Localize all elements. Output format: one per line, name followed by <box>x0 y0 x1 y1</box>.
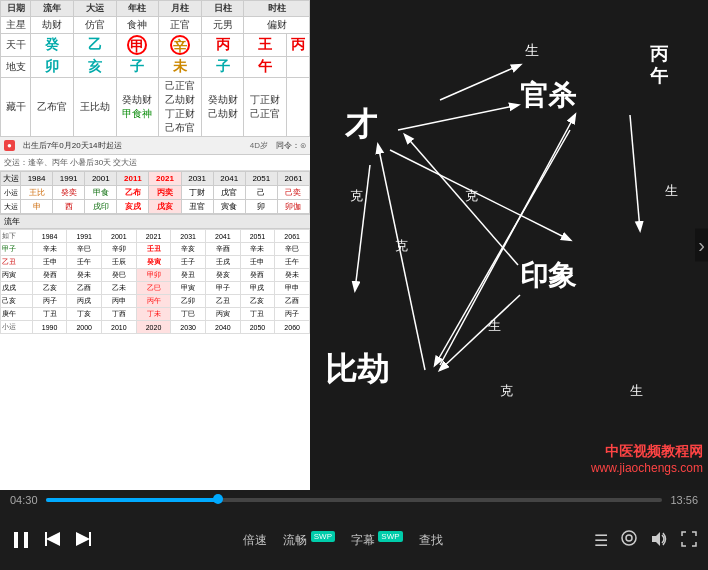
svg-line-16 <box>405 135 518 265</box>
svg-line-6 <box>390 150 570 240</box>
svg-line-11 <box>440 295 520 370</box>
svg-text:生: 生 <box>630 383 643 398</box>
video-content: 日期 流年 大运 年柱 月柱 日柱 时柱 主星 劫财 仿官 食神 正官 元男 偏… <box>0 0 708 490</box>
svg-text:生: 生 <box>525 42 539 58</box>
diagram-svg: 丙 午 生 才 官杀 印象 比劫 <box>310 0 708 490</box>
svg-text:丙: 丙 <box>650 44 669 64</box>
svg-line-8 <box>630 115 640 230</box>
playlist-button[interactable]: ☰ <box>594 531 608 550</box>
controls-bar: 04:30 13:56 <box>0 490 708 570</box>
svg-text:生: 生 <box>488 318 501 333</box>
svg-text:官杀: 官杀 <box>520 79 577 111</box>
time-current: 04:30 <box>10 494 38 506</box>
svg-line-15 <box>398 105 518 130</box>
time-total: 13:56 <box>670 494 698 506</box>
svg-rect-25 <box>24 532 28 548</box>
controls-left <box>10 529 92 551</box>
svg-text:比劫: 比劫 <box>325 351 389 387</box>
svg-rect-29 <box>89 532 91 546</box>
progress-track[interactable] <box>46 498 663 502</box>
svg-point-31 <box>626 535 632 541</box>
next-icon <box>74 530 92 548</box>
svg-line-7 <box>355 165 370 290</box>
volume-icon <box>650 530 668 548</box>
svg-rect-24 <box>14 532 18 548</box>
svg-line-14 <box>378 145 425 370</box>
settings-icon <box>620 529 638 547</box>
volume-button[interactable] <box>650 530 668 551</box>
svg-text:克: 克 <box>350 188 363 203</box>
svg-marker-32 <box>652 532 660 546</box>
watermark: 中医视频教程网 www.jiaochengs.com <box>591 443 703 475</box>
progress-fill <box>46 498 219 502</box>
svg-marker-28 <box>76 532 90 546</box>
svg-text:午: 午 <box>649 66 669 86</box>
svg-rect-27 <box>45 532 47 546</box>
controls-middle: 倍速 流畅 SWP 字幕 SWP 查找 <box>243 531 442 549</box>
svg-text:才: 才 <box>344 106 378 142</box>
bazi-panel: 日期 流年 大运 年柱 月柱 日柱 时柱 主星 劫财 仿官 食神 正官 元男 偏… <box>0 0 310 490</box>
svg-point-30 <box>622 531 636 545</box>
pause-icon <box>10 529 32 551</box>
svg-text:克: 克 <box>500 383 513 398</box>
svg-marker-26 <box>46 532 60 546</box>
search-label[interactable]: 查找 <box>419 532 443 549</box>
play-button[interactable] <box>10 529 32 551</box>
progress-thumb <box>213 494 223 504</box>
fullscreen-icon <box>680 530 698 548</box>
next-button[interactable] <box>74 530 92 551</box>
swp-badge-fluent: SWP <box>311 531 335 542</box>
next-chapter-button[interactable]: › <box>695 229 708 262</box>
fluent-label[interactable]: 流畅 SWP <box>283 531 335 549</box>
video-container: 日期 流年 大运 年柱 月柱 日柱 时柱 主星 劫财 仿官 食神 正官 元男 偏… <box>0 0 708 570</box>
settings-button[interactable] <box>620 529 638 551</box>
watermark-line1: 中医视频教程网 <box>591 443 703 461</box>
diagram-panel: 丙 午 生 才 官杀 印象 比劫 <box>310 0 708 490</box>
svg-text:印象: 印象 <box>520 260 577 291</box>
progress-bar-row: 04:30 13:56 <box>10 490 698 510</box>
svg-text:生: 生 <box>665 183 678 198</box>
controls-row: 倍速 流畅 SWP 字幕 SWP 查找 ☰ <box>10 510 698 570</box>
svg-text:克: 克 <box>465 188 478 203</box>
fullscreen-button[interactable] <box>680 530 698 551</box>
prev-button[interactable] <box>44 530 62 551</box>
controls-right: ☰ <box>594 529 698 551</box>
prev-icon <box>44 530 62 548</box>
svg-line-3 <box>440 65 520 100</box>
watermark-line2: www.jiaochengs.com <box>591 461 703 475</box>
subtitle-label[interactable]: 字幕 SWP <box>351 531 403 549</box>
svg-text:克: 克 <box>395 238 408 253</box>
speed-label[interactable]: 倍速 <box>243 532 267 549</box>
swp-badge-subtitle: SWP <box>378 531 402 542</box>
